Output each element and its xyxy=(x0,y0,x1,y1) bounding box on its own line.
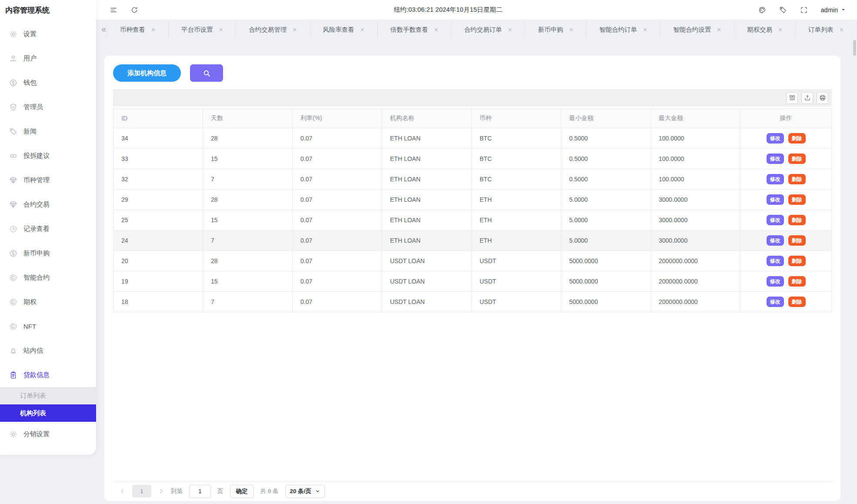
tab[interactable]: 智能合约订单✕ xyxy=(587,20,660,39)
edit-button[interactable]: 修改 xyxy=(767,276,784,287)
add-institution-button[interactable]: 添加机构信息 xyxy=(113,64,181,82)
cell-coin: ETH xyxy=(472,230,561,251)
cell-actions: 修改删除 xyxy=(740,271,832,292)
fullscreen-icon[interactable] xyxy=(800,6,808,14)
tab-close-icon[interactable]: ✕ xyxy=(717,27,721,33)
column-header: 机构名称 xyxy=(382,109,472,128)
sidebar-item[interactable]: 币种管理 xyxy=(0,168,96,192)
tab-close-icon[interactable]: ✕ xyxy=(778,27,783,33)
delete-button[interactable]: 删除 xyxy=(788,133,806,144)
tab[interactable]: 风险率查看✕ xyxy=(310,20,377,39)
refresh-icon[interactable] xyxy=(130,6,138,14)
sidebar-item[interactable]: 用户 xyxy=(0,46,96,70)
tab[interactable]: 期权交易✕ xyxy=(734,20,796,39)
clipboard-icon xyxy=(9,371,17,379)
sidebar-subitem[interactable]: 机构列表 xyxy=(0,404,96,422)
double-chevron-left-icon xyxy=(100,27,107,33)
palette-icon[interactable] xyxy=(758,6,766,14)
table-row: 3270.07ETH LOANBTC0.5000100.0000修改删除 xyxy=(113,169,832,190)
tab-close-icon[interactable]: ✕ xyxy=(839,27,844,33)
sidebar-item-label: 设置 xyxy=(23,30,37,38)
sidebar-subitem[interactable]: 订单列表 xyxy=(0,387,96,404)
delete-button[interactable]: 删除 xyxy=(788,194,806,205)
tab[interactable]: 合约交易订单✕ xyxy=(452,20,526,39)
delete-button[interactable]: 删除 xyxy=(788,297,806,307)
sidebar-item[interactable]: 新闻 xyxy=(0,119,96,144)
print-button[interactable] xyxy=(817,92,828,104)
sidebar-item[interactable]: 分销设置 xyxy=(0,422,96,446)
tab-close-icon[interactable]: ✕ xyxy=(434,27,439,33)
delete-button[interactable]: 删除 xyxy=(788,154,806,164)
sidebar-item[interactable]: 合约交易 xyxy=(0,192,96,217)
edit-button[interactable]: 修改 xyxy=(767,215,784,225)
next-page-button[interactable] xyxy=(158,488,164,494)
edit-button[interactable]: 修改 xyxy=(767,194,784,205)
tag-icon[interactable] xyxy=(779,6,787,14)
prev-page-button[interactable] xyxy=(119,488,126,494)
edit-button[interactable]: 修改 xyxy=(767,235,784,246)
tab-close-icon[interactable]: ✕ xyxy=(643,27,647,33)
tab-close-icon[interactable]: ✕ xyxy=(292,27,297,33)
sidebar-item[interactable]: 新币申购 xyxy=(0,241,96,265)
admin-menu[interactable]: admin xyxy=(821,7,846,13)
sidebar-item[interactable]: 期权 xyxy=(0,290,96,314)
tab[interactable]: 智能合约设置✕ xyxy=(660,20,734,39)
tab[interactable]: 合约交易管理✕ xyxy=(236,20,310,39)
column-header: 天数 xyxy=(203,109,293,128)
tab-label: 风险率查看 xyxy=(323,26,354,34)
delete-button[interactable]: 删除 xyxy=(788,174,806,184)
columns-button[interactable] xyxy=(786,92,798,104)
sidebar-item[interactable]: NFT xyxy=(0,314,96,338)
delete-button[interactable]: 删除 xyxy=(788,215,806,225)
chevron-right-icon xyxy=(158,488,164,494)
page-size-select[interactable]: 20 条/页 xyxy=(285,485,325,498)
table-row: 2470.07ETH LOANETH5.00003000.0000修改删除 xyxy=(113,230,832,251)
tab-close-icon[interactable]: ✕ xyxy=(218,27,223,33)
export-button[interactable] xyxy=(801,92,813,104)
tab-close-icon[interactable]: ✕ xyxy=(151,27,156,33)
sidebar-item[interactable]: 管理员 xyxy=(0,95,96,119)
sidebar: 内容管理系统 设置用户钱包管理员新闻投拆建议币种管理合约交易记录查看新币申购智能… xyxy=(0,0,96,455)
cell-org: ETH LOAN xyxy=(382,128,472,149)
sidebar-item[interactable]: 投拆建议 xyxy=(0,144,96,168)
tabs-scroll-left-button[interactable] xyxy=(100,20,107,39)
tab[interactable]: 新币申购✕ xyxy=(525,20,587,39)
tab[interactable]: 币种查看✕ xyxy=(107,20,169,39)
cell-actions: 修改删除 xyxy=(740,230,832,251)
sidebar-item-label: 站内信 xyxy=(23,347,43,355)
tab-label: 币种查看 xyxy=(120,26,145,34)
sidebar-item[interactable]: 站内信 xyxy=(0,338,96,363)
sidebar-item-label: 分销设置 xyxy=(23,430,50,438)
tab[interactable]: 倍数手数查看✕ xyxy=(378,20,452,39)
tab[interactable]: 平台币设置✕ xyxy=(169,20,236,39)
edit-button[interactable]: 修改 xyxy=(767,133,784,144)
delete-button[interactable]: 删除 xyxy=(788,235,806,246)
sidebar-item[interactable]: 贷款信息 xyxy=(0,363,96,387)
coin-dollar-icon xyxy=(9,249,17,257)
edit-button[interactable]: 修改 xyxy=(767,297,784,307)
tab[interactable]: 订单列表✕ xyxy=(796,20,857,39)
edit-button[interactable]: 修改 xyxy=(767,174,784,184)
tab-close-icon[interactable]: ✕ xyxy=(508,27,513,33)
table-header-row: ID天数利率(%)机构名称币种最小金额最大金额操作 xyxy=(113,109,832,128)
sidebar-item[interactable]: 记录查看 xyxy=(0,217,96,241)
page-number-button[interactable]: 1 xyxy=(132,485,151,497)
confirm-page-button[interactable]: 确定 xyxy=(230,485,254,498)
cell-max: 3000.0000 xyxy=(651,190,740,210)
search-button[interactable] xyxy=(190,64,223,82)
goto-page-input[interactable] xyxy=(189,485,211,498)
menu-fold-icon[interactable] xyxy=(110,6,117,14)
delete-button[interactable]: 删除 xyxy=(788,256,806,266)
tab-close-icon[interactable]: ✕ xyxy=(569,27,574,33)
cell-rate: 0.07 xyxy=(293,190,382,210)
sidebar-item[interactable]: 钱包 xyxy=(0,70,96,95)
edit-button[interactable]: 修改 xyxy=(767,154,784,164)
delete-button[interactable]: 删除 xyxy=(788,276,806,287)
edit-button[interactable]: 修改 xyxy=(767,256,784,266)
tab-label: 智能合约设置 xyxy=(673,26,711,34)
sidebar-item[interactable]: 智能合约 xyxy=(0,265,96,290)
sidebar-item[interactable]: 设置 xyxy=(0,22,96,46)
cell-max: 2000000.0000 xyxy=(651,292,740,312)
scrollbar-thumb[interactable] xyxy=(853,40,856,56)
tab-close-icon[interactable]: ✕ xyxy=(360,27,365,33)
